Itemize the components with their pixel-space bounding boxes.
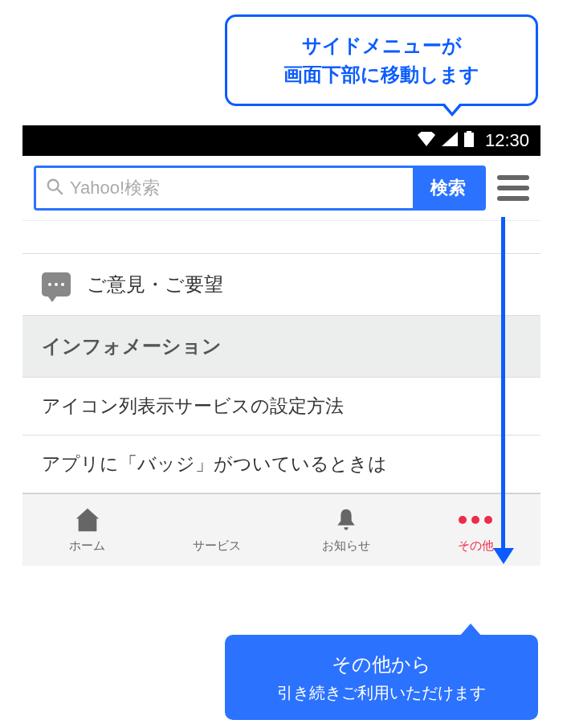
battery-icon	[464, 131, 474, 150]
status-time: 12:30	[485, 130, 529, 151]
bell-icon	[333, 506, 359, 534]
nav-other[interactable]: その他	[411, 494, 540, 566]
nav-service-label: サービス	[193, 538, 241, 554]
feedback-label: ご意見・ご要望	[87, 272, 223, 297]
status-bar: 12:30	[22, 125, 540, 156]
more-dots-icon	[459, 506, 492, 534]
nav-notice-label: お知らせ	[322, 538, 370, 554]
callout-tail-icon	[441, 104, 463, 117]
list-item[interactable]: アプリに「バッジ」がついているときは	[22, 436, 540, 493]
svg-line-3	[57, 189, 62, 194]
signal-icon	[442, 132, 458, 149]
callout-tail-icon	[459, 624, 482, 636]
svg-rect-0	[467, 131, 471, 133]
callout-bottom-line2: 引き続きご利用いただけます	[244, 680, 519, 706]
search-placeholder: Yahoo!検索	[70, 176, 160, 200]
svg-rect-1	[464, 133, 474, 147]
search-header: Yahoo!検索 検索	[22, 156, 540, 221]
phone-frame: 12:30 Yahoo!検索 検索 ご意見・ご要望 インフォメーション アイコン…	[22, 125, 540, 566]
search-group: Yahoo!検索 検索	[34, 166, 486, 211]
callout-top: サイドメニューが 画面下部に移動します	[225, 14, 538, 106]
arrow-down-icon	[493, 548, 514, 564]
search-button[interactable]: 検索	[413, 168, 483, 208]
callout-top-line1: サイドメニューが	[247, 31, 516, 60]
grid-icon	[203, 506, 230, 534]
section-header: インフォメーション	[22, 316, 540, 378]
search-input[interactable]: Yahoo!検索	[36, 168, 413, 208]
nav-home[interactable]: ホーム	[22, 494, 152, 566]
hamburger-icon[interactable]	[497, 175, 529, 201]
search-icon	[46, 178, 63, 198]
home-icon	[74, 506, 101, 534]
list-item[interactable]: アイコン列表示サービスの設定方法	[22, 378, 540, 436]
feedback-row[interactable]: ご意見・ご要望	[22, 253, 540, 316]
arrow-line	[501, 217, 505, 551]
spacer	[22, 221, 540, 253]
bottom-nav: ホーム サービス お知らせ その他	[22, 493, 540, 566]
chat-icon	[42, 272, 71, 297]
nav-service[interactable]: サービス	[152, 494, 281, 566]
nav-other-label: その他	[458, 538, 494, 554]
callout-bottom: その他から 引き続きご利用いただけます	[225, 635, 538, 720]
nav-home-label: ホーム	[69, 538, 105, 554]
callout-bottom-line1: その他から	[244, 649, 519, 680]
nav-notice[interactable]: お知らせ	[282, 494, 411, 566]
callout-top-line2: 画面下部に移動します	[247, 60, 516, 89]
wifi-icon	[418, 132, 435, 149]
